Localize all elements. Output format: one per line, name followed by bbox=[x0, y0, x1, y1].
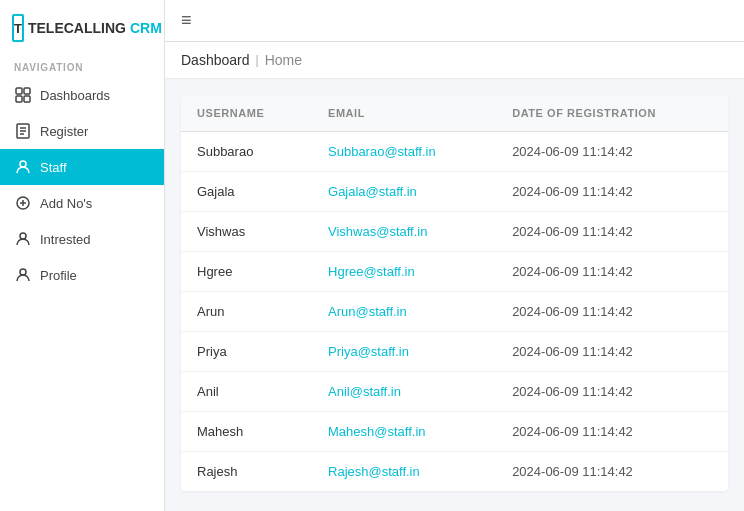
main-content: ≡ Dashboard | Home USERNAME EMAIL DATE O… bbox=[165, 0, 744, 511]
table-row: AnilAnil@staff.in2024-06-09 11:14:42 bbox=[181, 372, 728, 412]
cell-email: Hgree@staff.in bbox=[312, 252, 496, 292]
cell-date: 2024-06-09 11:14:42 bbox=[496, 332, 728, 372]
breadcrumb-separator: | bbox=[256, 53, 259, 67]
cell-email: Anil@staff.in bbox=[312, 372, 496, 412]
table-row: GajalaGajala@staff.in2024-06-09 11:14:42 bbox=[181, 172, 728, 212]
cell-date: 2024-06-09 11:14:42 bbox=[496, 172, 728, 212]
cell-username: Rajesh bbox=[181, 452, 312, 492]
logo-text-telecalling: TELECALLING bbox=[28, 20, 126, 36]
logo-text-crm: CRM bbox=[130, 20, 162, 36]
sidebar-item-dashboards[interactable]: Dashboards bbox=[0, 77, 164, 113]
svg-rect-2 bbox=[16, 96, 22, 102]
cell-username: Vishwas bbox=[181, 212, 312, 252]
svg-rect-0 bbox=[16, 88, 22, 94]
svg-rect-1 bbox=[24, 88, 30, 94]
cell-email: Subbarao@staff.in bbox=[312, 132, 496, 172]
logo-icon: T bbox=[12, 14, 24, 42]
sidebar-item-label: Register bbox=[40, 124, 88, 139]
profile-icon bbox=[14, 266, 32, 284]
staff-icon bbox=[14, 158, 32, 176]
cell-date: 2024-06-09 11:14:42 bbox=[496, 132, 728, 172]
staff-table: USERNAME EMAIL DATE OF REGISTRATION Subb… bbox=[181, 95, 728, 491]
topbar: ≡ bbox=[165, 0, 744, 42]
cell-username: Subbarao bbox=[181, 132, 312, 172]
cell-date: 2024-06-09 11:14:42 bbox=[496, 452, 728, 492]
sidebar-item-label: Staff bbox=[40, 160, 67, 175]
cell-username: Hgree bbox=[181, 252, 312, 292]
svg-point-8 bbox=[20, 161, 26, 167]
register-icon bbox=[14, 122, 32, 140]
cell-email: Mahesh@staff.in bbox=[312, 412, 496, 452]
sidebar-item-label: Intrested bbox=[40, 232, 91, 247]
logo: T TELECALLING CRM bbox=[0, 0, 164, 52]
table-row: RajeshRajesh@staff.in2024-06-09 11:14:42 bbox=[181, 452, 728, 492]
cell-date: 2024-06-09 11:14:42 bbox=[496, 372, 728, 412]
cell-date: 2024-06-09 11:14:42 bbox=[496, 252, 728, 292]
sidebar-item-label: Profile bbox=[40, 268, 77, 283]
cell-username: Priya bbox=[181, 332, 312, 372]
sidebar-item-staff[interactable]: Staff bbox=[0, 149, 164, 185]
cell-email: Vishwas@staff.in bbox=[312, 212, 496, 252]
add-icon bbox=[14, 194, 32, 212]
cell-username: Anil bbox=[181, 372, 312, 412]
nav-section-label: NAVIGATION bbox=[0, 52, 164, 77]
table-row: MaheshMahesh@staff.in2024-06-09 11:14:42 bbox=[181, 412, 728, 452]
cell-email: Rajesh@staff.in bbox=[312, 452, 496, 492]
breadcrumb: Dashboard | Home bbox=[165, 42, 744, 79]
menu-icon[interactable]: ≡ bbox=[181, 10, 192, 31]
table-row: SubbaraoSubbarao@staff.in2024-06-09 11:1… bbox=[181, 132, 728, 172]
cell-date: 2024-06-09 11:14:42 bbox=[496, 212, 728, 252]
table-row: HgreeHgree@staff.in2024-06-09 11:14:42 bbox=[181, 252, 728, 292]
cell-email: Arun@staff.in bbox=[312, 292, 496, 332]
svg-point-13 bbox=[20, 269, 26, 275]
sidebar: T TELECALLING CRM NAVIGATION Dashboards bbox=[0, 0, 165, 511]
table-body: SubbaraoSubbarao@staff.in2024-06-09 11:1… bbox=[181, 132, 728, 492]
svg-point-12 bbox=[20, 233, 26, 239]
breadcrumb-current: Dashboard bbox=[181, 52, 250, 68]
svg-rect-3 bbox=[24, 96, 30, 102]
col-date: DATE OF REGISTRATION bbox=[496, 95, 728, 132]
breadcrumb-home[interactable]: Home bbox=[265, 52, 302, 68]
sidebar-item-label: Dashboards bbox=[40, 88, 110, 103]
sidebar-item-register[interactable]: Register bbox=[0, 113, 164, 149]
sidebar-item-intrested[interactable]: Intrested bbox=[0, 221, 164, 257]
col-username: USERNAME bbox=[181, 95, 312, 132]
table-header: USERNAME EMAIL DATE OF REGISTRATION bbox=[181, 95, 728, 132]
cell-email: Priya@staff.in bbox=[312, 332, 496, 372]
cell-email: Gajala@staff.in bbox=[312, 172, 496, 212]
cell-username: Gajala bbox=[181, 172, 312, 212]
col-email: EMAIL bbox=[312, 95, 496, 132]
sidebar-item-profile[interactable]: Profile bbox=[0, 257, 164, 293]
cell-username: Arun bbox=[181, 292, 312, 332]
cell-date: 2024-06-09 11:14:42 bbox=[496, 412, 728, 452]
sidebar-item-add-nos[interactable]: Add No's bbox=[0, 185, 164, 221]
table-row: PriyaPriya@staff.in2024-06-09 11:14:42 bbox=[181, 332, 728, 372]
table-container: USERNAME EMAIL DATE OF REGISTRATION Subb… bbox=[165, 79, 744, 511]
sidebar-item-label: Add No's bbox=[40, 196, 92, 211]
intrested-icon bbox=[14, 230, 32, 248]
dashboard-icon bbox=[14, 86, 32, 104]
table-row: VishwasVishwas@staff.in2024-06-09 11:14:… bbox=[181, 212, 728, 252]
cell-username: Mahesh bbox=[181, 412, 312, 452]
table-row: ArunArun@staff.in2024-06-09 11:14:42 bbox=[181, 292, 728, 332]
cell-date: 2024-06-09 11:14:42 bbox=[496, 292, 728, 332]
